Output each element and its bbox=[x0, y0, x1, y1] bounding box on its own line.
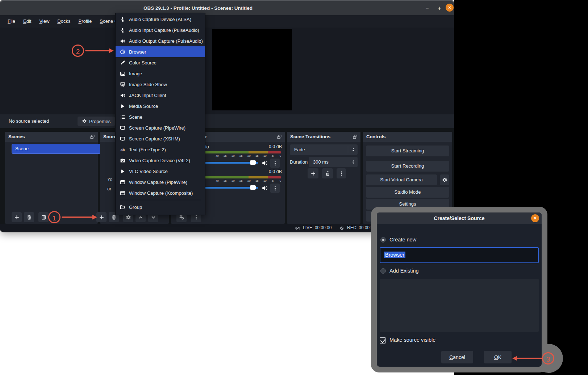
virtual-camera-settings-button[interactable] bbox=[440, 174, 449, 185]
properties-label: Properties bbox=[89, 119, 110, 124]
menu-item-color-source[interactable]: Color Source bbox=[116, 57, 205, 68]
menu-item-image[interactable]: Image bbox=[116, 68, 205, 79]
minimize-button[interactable]: − bbox=[422, 4, 432, 13]
menu-item-label: Image bbox=[129, 71, 142, 76]
play-icon bbox=[120, 104, 125, 109]
meter-tick-label: -35 bbox=[222, 154, 228, 157]
step-3-marker: 3 bbox=[542, 352, 554, 365]
transition-select[interactable]: Fade bbox=[290, 144, 358, 155]
studio-mode-button[interactable]: Studio Mode bbox=[366, 187, 449, 198]
step-3-arrow bbox=[512, 355, 543, 361]
meter-tick-label: -20 bbox=[246, 154, 251, 157]
menu-separator bbox=[120, 200, 201, 200]
close-button[interactable]: × bbox=[446, 4, 454, 12]
scenes-panel: Scenes Scene bbox=[5, 132, 98, 224]
maximize-button[interactable]: + bbox=[435, 4, 444, 13]
menu-item-screen-capture-pipewire-[interactable]: Screen Capture (PipeWire) bbox=[116, 122, 205, 133]
dialog-title: Create/Select Source bbox=[377, 212, 542, 224]
add-source-button[interactable] bbox=[96, 212, 107, 222]
duration-spinbox[interactable]: 300 ms bbox=[309, 157, 358, 167]
mixer-channel-level: 0.0 dB bbox=[269, 144, 282, 149]
spinner-icon bbox=[351, 160, 356, 164]
channel-menu-button[interactable] bbox=[270, 184, 280, 193]
dialog-close-button[interactable]: × bbox=[531, 214, 539, 222]
start-streaming-button[interactable]: Start Streaming bbox=[366, 146, 449, 156]
menubar-item-docks[interactable]: Docks bbox=[53, 15, 74, 28]
meter-tick-label: -35 bbox=[222, 179, 228, 182]
menu-item-vlc-video-source[interactable]: VLC Video Source bbox=[116, 166, 205, 177]
menu-item-window-capture-xcomposite-[interactable]: Window Capture (Xcomposite) bbox=[116, 188, 205, 198]
menubar-item-view[interactable]: View bbox=[35, 15, 53, 28]
step-1-arrow bbox=[62, 214, 98, 220]
svg-text:ab: ab bbox=[121, 147, 125, 151]
menu-item-audio-input-capture-pulseaudio-[interactable]: Audio Input Capture (PulseAudio) bbox=[116, 25, 205, 35]
make-source-visible-label: Make source visible bbox=[389, 337, 435, 343]
live-timer: LIVE: 00:00:00 bbox=[303, 224, 331, 232]
remove-scene-button[interactable] bbox=[24, 212, 34, 222]
transitions-header: Scene Transitions bbox=[287, 132, 360, 142]
volume-slider-handle[interactable] bbox=[250, 160, 256, 165]
add-transition-button[interactable] bbox=[308, 168, 318, 178]
transition-menu-button[interactable] bbox=[337, 168, 346, 178]
source-context-bar: No source selected Properties bbox=[0, 114, 454, 128]
cancel-button[interactable]: Cancel bbox=[441, 351, 473, 363]
menu-item-image-slide-show[interactable]: Image Slide Show bbox=[116, 79, 205, 90]
scene-list-item[interactable]: Scene bbox=[12, 144, 101, 154]
menu-item-label: Text (FreeType 2) bbox=[129, 147, 166, 152]
menu-item-label: Window Capture (PipeWire) bbox=[129, 180, 187, 185]
menu-item-label: Browser bbox=[129, 49, 146, 55]
menu-item-scene[interactable]: Scene bbox=[116, 111, 205, 122]
create-new-radio[interactable] bbox=[380, 237, 386, 243]
add-existing-radio[interactable] bbox=[380, 268, 386, 274]
source-name-input[interactable]: Browser bbox=[380, 247, 539, 263]
menu-item-screen-capture-xshm-[interactable]: Screen Capture (XSHM) bbox=[116, 133, 205, 144]
meter-tick-label: -30 bbox=[230, 154, 235, 157]
menu-item-browser[interactable]: Browser bbox=[116, 46, 205, 57]
gear-icon bbox=[126, 215, 131, 220]
menu-item-text-freetype-2-[interactable]: abText (FreeType 2) bbox=[116, 144, 205, 155]
meter-tick-label: -30 bbox=[230, 179, 235, 182]
popout-icon[interactable] bbox=[277, 134, 282, 139]
meter-tick-label: -40 bbox=[214, 179, 220, 182]
menubar-item-profile[interactable]: Profile bbox=[74, 15, 96, 28]
duration-label: Duration bbox=[290, 159, 308, 165]
menu-item-group[interactable]: Group bbox=[116, 202, 205, 212]
menu-bar: FileEditViewDocksProfileScene Collection bbox=[0, 15, 454, 28]
menu-item-window-capture-pipewire-[interactable]: Window Capture (PipeWire) bbox=[116, 177, 205, 188]
add-scene-button[interactable] bbox=[12, 212, 22, 222]
remove-transition-button[interactable] bbox=[322, 168, 333, 178]
plus-icon bbox=[99, 215, 104, 220]
channel-menu-button[interactable] bbox=[270, 159, 280, 168]
trash-icon bbox=[26, 215, 32, 220]
start-virtual-camera-button[interactable]: Start Virtual Camera bbox=[366, 174, 437, 185]
add-existing-label: Add Existing bbox=[389, 268, 419, 274]
popout-icon[interactable] bbox=[90, 134, 95, 139]
existing-sources-list[interactable] bbox=[380, 279, 539, 332]
start-recording-button[interactable]: Start Recording bbox=[366, 161, 449, 172]
speaker-icon[interactable] bbox=[262, 185, 268, 191]
chevron-up-icon bbox=[138, 215, 143, 220]
menu-item-audio-output-capture-pulseaudio-[interactable]: Audio Output Capture (PulseAudio) bbox=[116, 35, 205, 46]
record-off-icon bbox=[339, 226, 344, 230]
volume-slider-handle[interactable] bbox=[250, 185, 256, 190]
ok-button[interactable]: OK bbox=[484, 351, 512, 363]
menubar-item-edit[interactable]: Edit bbox=[19, 15, 35, 28]
speaker-icon[interactable] bbox=[262, 160, 268, 166]
properties-button[interactable]: Properties bbox=[78, 117, 115, 126]
menu-item-label: Screen Capture (XSHM) bbox=[129, 136, 180, 142]
folder-icon bbox=[120, 205, 125, 210]
popout-icon[interactable] bbox=[353, 134, 358, 139]
scene-filters-button[interactable] bbox=[38, 212, 49, 222]
menu-item-audio-capture-device-alsa-[interactable]: Audio Capture Device (ALSA) bbox=[116, 14, 205, 25]
make-source-visible-checkbox[interactable] bbox=[380, 337, 386, 344]
menu-item-label: JACK Input Client bbox=[129, 93, 166, 98]
menu-item-label: Scene bbox=[129, 114, 142, 120]
slideshow-icon bbox=[120, 82, 125, 87]
menu-item-jack-input-client[interactable]: JACK Input Client bbox=[116, 90, 205, 101]
menu-item-video-capture-device-v4l2-[interactable]: Video Capture Device (V4L2) bbox=[116, 155, 205, 166]
menu-item-media-source[interactable]: Media Source bbox=[116, 101, 205, 111]
step-2-arrow bbox=[85, 48, 115, 54]
menubar-item-file[interactable]: File bbox=[4, 15, 19, 28]
menu-item-label: Window Capture (Xcomposite) bbox=[129, 190, 193, 196]
source-name-value: Browser bbox=[384, 252, 405, 258]
